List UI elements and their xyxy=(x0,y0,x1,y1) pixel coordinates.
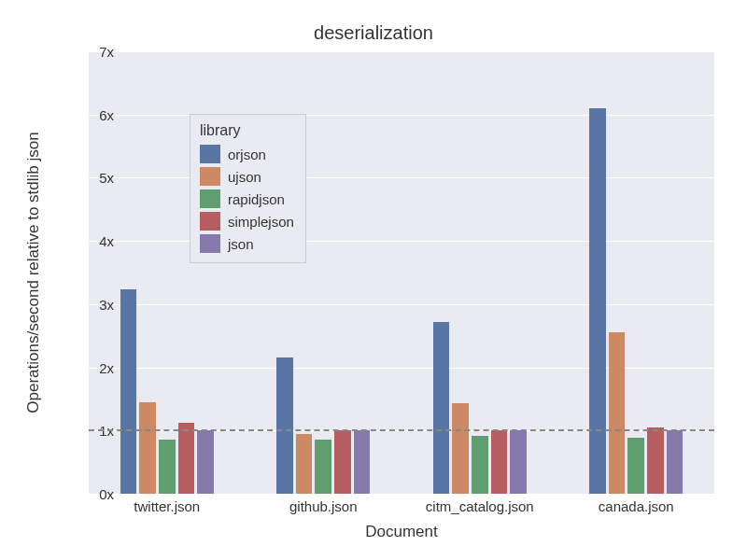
y-tick-label: 2x xyxy=(77,359,114,375)
baseline-1x xyxy=(89,429,714,431)
x-axis-label: Document xyxy=(89,523,714,541)
bar-orjson xyxy=(276,357,293,494)
bar-json xyxy=(197,430,214,494)
y-axis-label: Operations/second relative to stdlib jso… xyxy=(24,51,43,494)
gridline xyxy=(89,494,714,495)
legend-label: rapidjson xyxy=(228,191,285,207)
legend-item-ujson: ujson xyxy=(200,165,294,188)
legend-item-simplejson: simplejson xyxy=(200,210,294,232)
y-tick-label: 4x xyxy=(77,233,114,249)
bar-simplejson xyxy=(178,423,195,494)
x-tick-label: twitter.json xyxy=(134,498,200,514)
chart-title: deserialization xyxy=(0,22,747,44)
bar-simplejson xyxy=(647,427,664,494)
legend-title: library xyxy=(200,122,294,139)
bar-ujson xyxy=(609,332,626,494)
legend: library orjsonujsonrapidjsonsimplejsonjs… xyxy=(190,114,306,263)
y-tick-label: 0x xyxy=(77,486,114,502)
legend-swatch xyxy=(200,189,220,208)
bar-ujson xyxy=(139,402,156,494)
x-tick-label: github.json xyxy=(289,498,358,514)
bar-json xyxy=(354,430,371,494)
bar-rapidjson xyxy=(627,438,644,494)
bar-orjson xyxy=(120,289,137,494)
legend-item-json: json xyxy=(200,232,294,255)
x-tick-label: canada.json xyxy=(599,498,674,514)
bar-simplejson xyxy=(334,430,351,494)
y-tick-label: 6x xyxy=(77,106,114,122)
legend-swatch xyxy=(200,234,220,253)
y-tick-label: 3x xyxy=(77,296,114,312)
legend-label: simplejson xyxy=(228,214,294,230)
y-tick-label: 5x xyxy=(77,170,114,186)
plot-area: library orjsonujsonrapidjsonsimplejsonjs… xyxy=(89,51,714,494)
bar-ujson xyxy=(296,434,313,494)
legend-swatch xyxy=(200,212,220,231)
legend-item-rapidjson: rapidjson xyxy=(200,188,294,210)
bar-rapidjson xyxy=(315,440,331,494)
bar-rapidjson xyxy=(159,440,176,494)
bars-group xyxy=(89,51,714,494)
bar-simplejson xyxy=(491,430,508,494)
chart-container: deserialization Operations/second relati… xyxy=(0,0,747,560)
legend-label: json xyxy=(228,236,254,252)
legend-label: ujson xyxy=(228,169,261,185)
legend-item-orjson: orjson xyxy=(200,143,294,165)
bar-orjson xyxy=(433,322,450,494)
bar-json xyxy=(667,430,684,494)
bar-json xyxy=(510,430,527,494)
legend-label: orjson xyxy=(228,147,266,162)
bar-orjson xyxy=(589,108,606,494)
x-tick-label: citm_catalog.json xyxy=(426,498,534,514)
y-tick-label: 7x xyxy=(77,44,114,60)
bar-rapidjson xyxy=(472,436,488,494)
legend-swatch xyxy=(200,167,220,186)
bar-ujson xyxy=(452,403,469,494)
legend-swatch xyxy=(200,145,220,163)
